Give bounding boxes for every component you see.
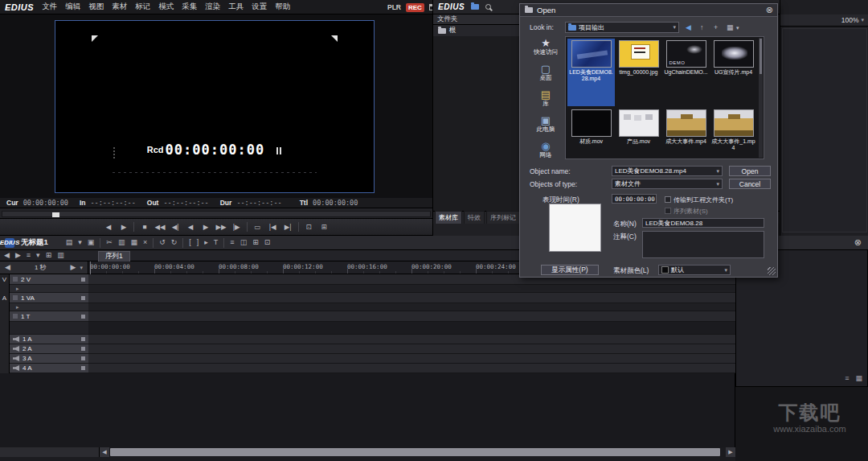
track-header-4a[interactable]: 4 A [10, 364, 88, 373]
file-item[interactable]: 成大大事件_1.mp4 [710, 108, 757, 154]
show-properties-button[interactable]: 显示属性(P) [541, 265, 599, 275]
dialog-close-icon[interactable]: ⊗ [766, 6, 773, 14]
file-item[interactable]: 成大大事件.mp4 [662, 108, 710, 154]
track-expander[interactable]: ▸ [10, 303, 88, 311]
ripple-mode-icon[interactable]: ▾ [36, 252, 40, 259]
set-out-point-icon[interactable]: ] [197, 239, 199, 246]
menu-render[interactable]: 渲染 [205, 2, 220, 12]
tab-sequence-marker[interactable]: 序列标记 [486, 211, 520, 224]
track-header-2a[interactable]: 2 A [10, 344, 88, 354]
look-in-dropdown[interactable]: 项目输出 ▾ [565, 22, 679, 33]
sequence-clip-checkbox[interactable]: 序列素材(S) [665, 206, 708, 216]
track-mute-icon[interactable] [81, 315, 85, 319]
next-frame-icon[interactable]: |▶ [231, 224, 242, 231]
track-expander[interactable]: ▸ [10, 285, 88, 293]
tab-effects[interactable]: 特效 [464, 211, 485, 224]
track-back-icon[interactable]: ◀ [4, 252, 10, 259]
play-icon[interactable]: ▶ [201, 224, 211, 231]
track-header-1va[interactable]: 1 VA [10, 293, 88, 303]
open-button[interactable]: Open [729, 166, 771, 176]
comment-input[interactable] [642, 231, 764, 258]
add-clip-icon[interactable]: ▸ [204, 239, 208, 246]
track-lanes[interactable] [88, 274, 735, 373]
dialog-resize-grip[interactable] [768, 267, 776, 275]
track-mute-icon[interactable] [81, 296, 85, 300]
place-network[interactable]: ◉ 网络 [528, 141, 563, 158]
cancel-button[interactable]: Cancel [729, 179, 771, 189]
timescale-value[interactable]: 1 秒 [14, 263, 67, 272]
position-bar[interactable] [0, 208, 432, 219]
position-track[interactable] [2, 211, 431, 217]
title-tool-icon[interactable]: T [214, 239, 219, 246]
list-view-icon[interactable]: ≡ [845, 374, 849, 382]
bin-content[interactable] [433, 36, 523, 211]
menu-help[interactable]: 帮助 [275, 2, 290, 12]
menu-mode[interactable]: 模式 [158, 2, 174, 12]
sync-mode-icon[interactable]: ≡ [27, 252, 31, 259]
source-channel-v[interactable]: V [0, 276, 9, 283]
file-item[interactable]: timg_00000.jpg [615, 39, 662, 106]
fast-forward-icon[interactable]: ▶▶ [216, 224, 227, 231]
track-forward-icon[interactable]: ▶ [15, 252, 21, 259]
back-icon[interactable]: ◀ [686, 23, 691, 31]
track-mute-icon[interactable] [81, 278, 85, 282]
scale-decrease-icon[interactable]: ◀ [5, 264, 10, 271]
menu-view[interactable]: 视图 [88, 2, 104, 12]
delete-icon[interactable]: × [143, 239, 147, 246]
up-folder-icon[interactable]: ↑ [700, 23, 704, 31]
grid-view-icon[interactable]: ▦ [855, 374, 862, 382]
zoom-fit-icon[interactable]: ⊞ [252, 239, 259, 246]
track-mute-icon[interactable] [81, 356, 85, 360]
track-header-2v[interactable]: 2 V [10, 274, 88, 285]
file-list-scrollbar[interactable] [759, 38, 763, 158]
track-header-1t[interactable]: 1 T [10, 311, 88, 322]
layout-icon[interactable]: ◫ [240, 239, 248, 246]
track-mute-icon[interactable] [81, 347, 85, 351]
export-timeline-icon[interactable]: ⊡ [264, 239, 271, 246]
file-item[interactable]: 产品.mov [615, 108, 662, 154]
search-icon[interactable] [485, 4, 491, 10]
timescale-caret-icon[interactable]: ▾ [80, 265, 83, 271]
zoom-caret-icon[interactable]: ▾ [861, 17, 864, 23]
stop-icon[interactable]: ■ [139, 224, 149, 231]
hscroll-thumb[interactable] [110, 448, 720, 456]
export-icon[interactable]: ⊡ [304, 224, 314, 231]
clip-color-dropdown[interactable]: 默认 ▾ [658, 265, 731, 275]
zoom-level[interactable]: 100% [841, 16, 859, 24]
timeline-close-icon[interactable]: ⊗ [854, 238, 862, 247]
views-icon[interactable]: ▦ [727, 23, 734, 31]
scale-increase-icon[interactable]: ▶ [71, 264, 76, 271]
tab-clip-library[interactable]: 素材库 [435, 211, 462, 224]
loop-icon[interactable]: ▭ [252, 224, 263, 231]
menu-settings[interactable]: 设置 [252, 2, 267, 12]
scroll-left-icon[interactable]: ◀ [100, 447, 109, 457]
scroll-right-icon[interactable]: ▶ [726, 447, 735, 457]
track-patch-icon[interactable]: ▥ [57, 252, 64, 259]
place-this-pc[interactable]: ▣ 此电脑 [528, 115, 563, 133]
menu-capture[interactable]: 采集 [182, 2, 197, 12]
file-item[interactable]: 材质.mov [567, 108, 615, 154]
file-item-selected[interactable]: LED美食DEMO8.28.mp4 [567, 39, 615, 106]
track-mute-icon[interactable] [81, 366, 85, 370]
dialog-titlebar[interactable]: Open ⊗ [520, 4, 777, 17]
mixer-icon[interactable]: ≡ [230, 239, 234, 246]
set-out-icon[interactable]: ▶ [118, 224, 129, 231]
views-caret-icon[interactable]: ▾ [736, 25, 739, 31]
poster-time-input[interactable]: 00:00:00:00 [612, 194, 657, 204]
clip-name-input[interactable]: LED美食DEMO8.28 [642, 218, 764, 228]
snap-icon[interactable]: ⊞ [46, 252, 52, 259]
track-header-3a[interactable]: 3 A [10, 354, 88, 364]
menu-file[interactable]: 文件 [42, 2, 57, 12]
play-reverse-icon[interactable]: ◀ [186, 224, 196, 231]
save-project-icon[interactable]: ▣ [88, 239, 95, 246]
prev-edit-icon[interactable]: |◀ [268, 224, 278, 231]
position-thumb[interactable] [52, 212, 59, 217]
source-channel-a[interactable]: A [0, 294, 9, 302]
new-folder-icon[interactable]: + [714, 23, 718, 31]
menu-tools[interactable]: 工具 [228, 2, 244, 12]
rewind-icon[interactable]: ◀◀ [154, 224, 165, 231]
sequence-tab[interactable]: 序列1 [98, 251, 130, 261]
place-libraries[interactable]: ▤ 库 [528, 89, 563, 107]
menu-clip[interactable]: 素材 [112, 2, 127, 12]
open-project-icon[interactable]: ▤ [66, 239, 73, 246]
